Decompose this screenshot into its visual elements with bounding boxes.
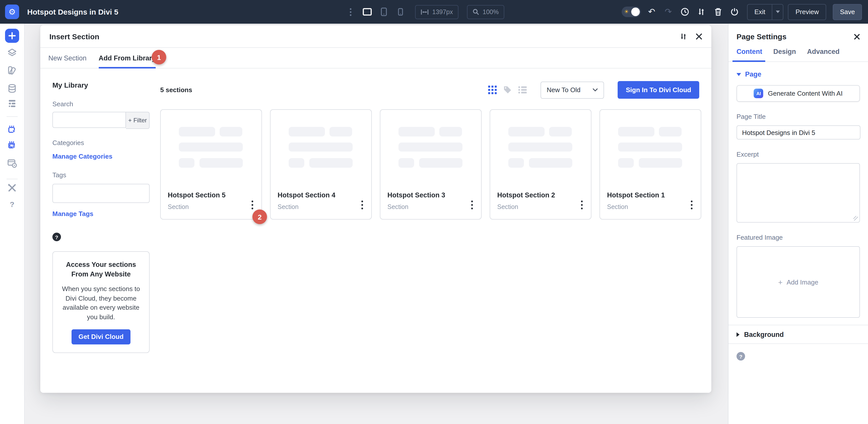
sidebar-interaction-layers-click-icon[interactable] bbox=[7, 141, 17, 150]
top-bar: ⚙ Hotspot Designs in Divi 5 1397px bbox=[0, 0, 868, 24]
sidebar-interaction-click-icon[interactable] bbox=[7, 125, 17, 134]
tag-view-icon[interactable] bbox=[503, 86, 512, 94]
card-title: Hotspot Section 3 bbox=[388, 191, 445, 199]
section-cards-row: Hotspot Section 5 Section Hotspot Sectio… bbox=[160, 109, 699, 220]
add-filter-button[interactable]: + Filter bbox=[126, 112, 150, 129]
card-menu-kebab-icon[interactable] bbox=[578, 198, 586, 211]
magnifier-icon bbox=[472, 8, 479, 15]
promo-body: When you sync sections to Divi Cloud, th… bbox=[59, 285, 143, 323]
desktop-view-icon[interactable] bbox=[361, 6, 373, 18]
sidebar-wireframe-icon[interactable] bbox=[7, 99, 17, 108]
card-type: Section bbox=[388, 203, 408, 210]
plus-icon bbox=[8, 32, 16, 39]
divi-cloud-promo-card: Access Your sections From Any Website Wh… bbox=[52, 251, 150, 353]
tags-label: Tags bbox=[52, 171, 150, 179]
phone-view-icon[interactable] bbox=[395, 6, 407, 18]
top-bar-right: ☀ ↶ ↷ Exit Preview bbox=[622, 0, 862, 24]
sidebar-database-icon[interactable] bbox=[7, 84, 17, 94]
modal-body: My Library Search + Filter Categories Ma… bbox=[40, 68, 711, 393]
portability-icon[interactable] bbox=[695, 6, 708, 18]
sidebar-design-icon[interactable] bbox=[7, 65, 17, 75]
section-card[interactable]: Hotspot Section 5 Section bbox=[160, 109, 262, 220]
sidebar-layers-icon[interactable] bbox=[7, 48, 17, 57]
section-card[interactable]: Hotspot Section 1 Section bbox=[599, 109, 701, 220]
history-icon[interactable] bbox=[679, 6, 691, 18]
card-type: Section bbox=[168, 203, 189, 210]
exit-dropdown-caret[interactable] bbox=[772, 4, 783, 20]
canvas-zoom-value: 100% bbox=[483, 8, 499, 15]
section-card[interactable]: Hotspot Section 3 Section bbox=[380, 109, 482, 220]
width-arrows-icon bbox=[421, 9, 429, 15]
power-icon[interactable] bbox=[729, 6, 741, 18]
sidebar-divider bbox=[6, 116, 18, 117]
tab-new-section[interactable]: New Section bbox=[49, 48, 87, 68]
chevron-down-icon bbox=[593, 88, 598, 92]
step-badge-2: 2 bbox=[252, 209, 267, 224]
get-divi-cloud-button[interactable]: Get Divi Cloud bbox=[71, 329, 130, 345]
add-image-dropzone[interactable]: + Add Image bbox=[737, 246, 860, 318]
settings-tabs: Content Design Advanced bbox=[728, 48, 868, 62]
settings-close-icon[interactable] bbox=[854, 33, 860, 39]
theme-toggle[interactable]: ☀ bbox=[622, 6, 641, 17]
plus-icon: + bbox=[778, 278, 783, 286]
card-menu-kebab-icon[interactable] bbox=[248, 198, 256, 211]
toggle-knob bbox=[631, 7, 640, 16]
card-title: Hotspot Section 1 bbox=[607, 191, 665, 199]
section-card[interactable]: Hotspot Section 4 Section bbox=[270, 109, 372, 220]
save-button[interactable]: Save bbox=[833, 4, 862, 20]
preview-button[interactable]: Preview bbox=[788, 4, 827, 20]
sidebar-help-icon[interactable]: ? bbox=[10, 200, 14, 208]
sidebar-apps-icon[interactable] bbox=[7, 158, 17, 168]
tablet-view-icon[interactable] bbox=[378, 6, 390, 18]
sidebar-tools-icon[interactable] bbox=[7, 183, 17, 193]
manage-tags-link[interactable]: Manage Tags bbox=[52, 210, 150, 218]
section-card[interactable]: Hotspot Section 2 Section bbox=[490, 109, 591, 220]
library-toolbar: 5 sections bbox=[160, 81, 699, 99]
settings-header: Page Settings bbox=[728, 24, 868, 41]
background-group-toggle[interactable]: Background bbox=[728, 325, 868, 344]
tab-add-from-library[interactable]: Add From Library bbox=[99, 48, 156, 68]
chevron-down-icon bbox=[776, 10, 780, 13]
card-title: Hotspot Section 4 bbox=[278, 191, 336, 199]
background-group-label: Background bbox=[744, 331, 784, 338]
grid-view-icon[interactable] bbox=[488, 86, 497, 94]
page-group-label: Page bbox=[745, 70, 762, 78]
generate-content-ai-button[interactable]: AI Generate Content With AI bbox=[737, 85, 860, 102]
redo-icon[interactable]: ↷ bbox=[662, 6, 674, 18]
page-title-input[interactable] bbox=[737, 125, 861, 139]
trash-icon[interactable] bbox=[712, 6, 724, 18]
builder-sidebar: ? bbox=[0, 24, 25, 424]
card-menu-kebab-icon[interactable] bbox=[468, 198, 476, 211]
sign-in-divi-cloud-button[interactable]: Sign In To Divi Cloud bbox=[618, 81, 700, 99]
divi-settings-gear-button[interactable]: ⚙ bbox=[5, 4, 19, 19]
modal-expand-sort-icon[interactable] bbox=[680, 32, 687, 40]
settings-help-icon[interactable]: ? bbox=[737, 352, 745, 361]
canvas-width-field[interactable]: 1397px bbox=[415, 5, 459, 19]
modal-close-icon[interactable] bbox=[696, 33, 702, 39]
modal-actions bbox=[680, 32, 702, 40]
manage-categories-link[interactable]: Manage Categories bbox=[52, 153, 150, 160]
tab-design[interactable]: Design bbox=[773, 48, 796, 61]
sort-select[interactable]: New To Old bbox=[541, 81, 604, 98]
tab-advanced[interactable]: Advanced bbox=[807, 48, 840, 61]
insert-section-modal: Insert Section New Section Add From Libr… bbox=[40, 25, 711, 393]
exit-button[interactable]: Exit bbox=[748, 4, 772, 20]
card-menu-kebab-icon[interactable] bbox=[688, 198, 696, 211]
search-input[interactable] bbox=[52, 112, 126, 128]
add-module-button[interactable] bbox=[5, 29, 19, 43]
top-bar-left: ⚙ Hotspot Designs in Divi 5 bbox=[5, 0, 118, 24]
tab-content[interactable]: Content bbox=[737, 48, 762, 61]
tags-input[interactable] bbox=[52, 184, 150, 203]
excerpt-textarea[interactable] bbox=[737, 163, 860, 223]
ai-button-label: Generate Content With AI bbox=[768, 90, 842, 97]
add-image-label: Add Image bbox=[787, 278, 818, 286]
library-heading: My Library bbox=[52, 81, 150, 89]
undo-icon[interactable]: ↶ bbox=[646, 6, 658, 18]
library-help-icon[interactable]: ? bbox=[52, 233, 61, 241]
card-menu-kebab-icon[interactable] bbox=[358, 198, 366, 211]
more-options-kebab-icon[interactable] bbox=[345, 6, 357, 18]
list-view-icon[interactable] bbox=[519, 86, 527, 94]
page-title-label: Page Title bbox=[728, 113, 868, 120]
page-group-toggle[interactable]: Page bbox=[728, 70, 868, 78]
canvas-zoom-field[interactable]: 100% bbox=[467, 5, 504, 19]
